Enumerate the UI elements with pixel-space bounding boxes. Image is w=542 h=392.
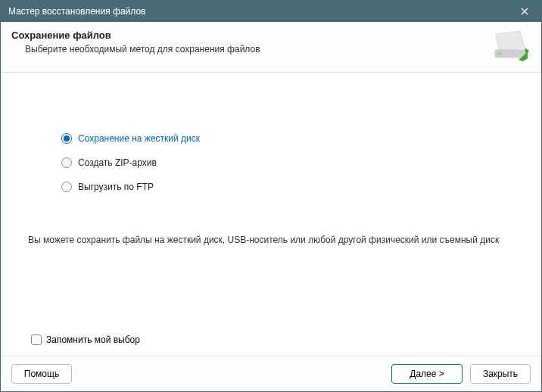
option-create-zip[interactable]: Создать ZIP-архив (61, 157, 519, 168)
save-method-radio-group: Сохранение на жесткий диск Создать ZIP-а… (61, 133, 519, 192)
option-save-hdd[interactable]: Сохранение на жесткий диск (61, 133, 519, 144)
radio-icon (61, 133, 72, 144)
radio-icon (61, 182, 72, 192)
window-title: Мастер восстановления файлов (8, 6, 508, 17)
wizard-header: Сохранение файлов Выберите необходимый м… (1, 22, 541, 73)
next-button[interactable]: Далее > (391, 364, 463, 384)
svg-rect-1 (497, 52, 502, 55)
radio-icon (61, 157, 72, 168)
option-label: Создать ZIP-архив (78, 157, 157, 168)
titlebar: Мастер восстановления файлов (1, 1, 541, 22)
close-icon[interactable] (508, 1, 541, 22)
close-button[interactable]: Закрыть (470, 364, 531, 384)
option-label: Выгрузить по FTP (78, 182, 154, 192)
button-bar: Помощь Далее > Закрыть (1, 356, 541, 391)
option-label: Сохранение на жесткий диск (78, 133, 200, 144)
hdd-save-icon (491, 30, 529, 61)
content-area: Сохранение на жесткий диск Создать ZIP-а… (1, 73, 541, 356)
remember-choice-row[interactable]: Запомнить мой выбор (31, 334, 140, 345)
checkbox-icon (31, 334, 42, 345)
page-title: Сохранение файлов (11, 30, 491, 41)
remember-label: Запомнить мой выбор (46, 334, 140, 345)
option-upload-ftp[interactable]: Выгрузить по FTP (61, 182, 519, 192)
method-description: Вы можете сохранить файлы на жесткий дис… (28, 234, 519, 247)
help-button[interactable]: Помощь (11, 364, 72, 384)
page-subtitle: Выберите необходимый метод для сохранени… (25, 44, 491, 54)
